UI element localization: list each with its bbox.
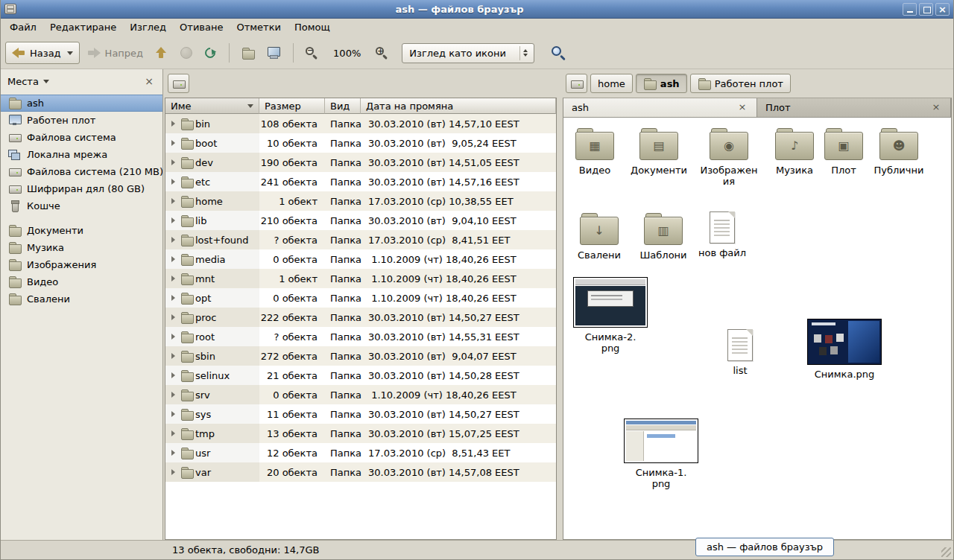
expander-icon[interactable]: [171, 256, 175, 262]
icon-view-item[interactable]: Снимка-1.png: [622, 419, 701, 489]
path-button-ash[interactable]: ash: [636, 74, 687, 93]
tree-row[interactable]: dev190 обектаПапка30.03.2010 (вт) 14,51,…: [165, 153, 556, 172]
menu-view[interactable]: Изглед: [123, 19, 173, 37]
tree-row[interactable]: boot10 обектаПапка30.03.2010 (вт) 9,05,2…: [165, 133, 556, 153]
tree-row[interactable]: var20 обектаПапка30.03.2010 (вт) 14,57,0…: [165, 462, 556, 482]
column-header-type[interactable]: Вид: [325, 98, 361, 114]
view-mode-combobox[interactable]: Изглед като икони: [402, 43, 534, 63]
icon-view-item[interactable]: ▣Плот: [820, 127, 868, 176]
path-button-desktop[interactable]: Работен плот: [690, 74, 791, 93]
path-button-root[interactable]: [168, 74, 189, 93]
path-button-home[interactable]: home: [590, 74, 633, 93]
zoom-in-button[interactable]: [370, 42, 394, 64]
tree-row[interactable]: bin108 обектаПапка30.03.2010 (вт) 14,57,…: [165, 114, 556, 133]
back-dropdown-icon[interactable]: [67, 51, 73, 55]
expander-icon[interactable]: [171, 159, 175, 165]
column-header-name[interactable]: Име: [165, 98, 259, 114]
tree-row[interactable]: opt0 обектаПапка 1.10.2009 (чт) 18,40,26…: [165, 288, 556, 308]
icon-view[interactable]: ▦Видео▤Документи◉Изображения♪Музика▣Плот…: [563, 118, 952, 540]
sidebar-item-filesystem[interactable]: Файлова система: [1, 129, 162, 146]
column-header-size[interactable]: Размер: [259, 98, 325, 114]
tab-close-button[interactable]: [736, 102, 748, 114]
reload-button[interactable]: [200, 42, 222, 64]
tree-row[interactable]: srv0 обектаПапка 1.10.2009 (чт) 18,40,26…: [165, 385, 556, 404]
tab-ash[interactable]: ash: [563, 98, 757, 117]
expander-icon[interactable]: [171, 372, 175, 378]
sidebar-item-trash[interactable]: Кошче: [1, 197, 162, 214]
expander-icon[interactable]: [171, 295, 175, 301]
tree-row[interactable]: root? обектаПапка30.03.2010 (вт) 14,55,3…: [165, 327, 556, 346]
menu-help[interactable]: Помощ: [288, 19, 337, 37]
expander-icon[interactable]: [171, 334, 175, 340]
icon-view-item[interactable]: ◉Изображения: [698, 127, 760, 187]
forward-button[interactable]: Напред: [82, 42, 148, 64]
tree-row[interactable]: proc222 обектаПапка30.03.2010 (вт) 14,50…: [165, 308, 556, 327]
expander-icon[interactable]: [171, 469, 175, 475]
tree-row[interactable]: media0 обектаПапка 1.10.2009 (чт) 18,40,…: [165, 249, 556, 269]
sidebar-item-volume-210mb[interactable]: Файлова система (210 MB): [1, 163, 162, 180]
icon-view-item[interactable]: list: [711, 329, 769, 376]
sidebar-item-pictures[interactable]: Изображения: [1, 256, 162, 273]
icon-view-item[interactable]: ▥Шаблони: [634, 211, 693, 261]
icon-view-item[interactable]: ↓Свалени: [569, 211, 629, 261]
menu-go[interactable]: Отиване: [173, 19, 230, 37]
search-button[interactable]: [546, 42, 572, 64]
tree-row[interactable]: selinux21 обектаПапка30.03.2010 (вт) 14,…: [165, 366, 556, 385]
titlebar[interactable]: ash — файлов браузър: [1, 0, 953, 19]
icon-view-item[interactable]: ☻Публични: [869, 127, 929, 176]
combobox-spin-icon[interactable]: [519, 46, 531, 60]
zoom-out-button[interactable]: [300, 42, 323, 64]
tab-close-button[interactable]: [930, 102, 942, 114]
minimize-button[interactable]: [903, 3, 917, 16]
stop-button[interactable]: [175, 42, 198, 64]
close-button[interactable]: [935, 3, 950, 16]
icon-view-item[interactable]: ♪Музика: [765, 127, 824, 176]
expander-icon[interactable]: [171, 140, 175, 146]
expander-icon[interactable]: [171, 430, 175, 436]
sidebar-item-videos[interactable]: Видео: [1, 273, 162, 290]
tree-row[interactable]: sys11 обектаПапка30.03.2010 (вт) 14,50,2…: [165, 404, 556, 424]
sidebar-item-network[interactable]: Локална мрежа: [1, 146, 162, 163]
expander-icon[interactable]: [171, 411, 175, 417]
expander-icon[interactable]: [171, 392, 175, 398]
tree-row[interactable]: lib210 обектаПапка30.03.2010 (вт) 9,04,1…: [165, 211, 556, 230]
maximize-button[interactable]: [919, 3, 933, 16]
tree-row[interactable]: tmp13 обектаПапка30.03.2010 (вт) 15,07,2…: [165, 424, 556, 443]
computer-button[interactable]: [262, 42, 286, 64]
tree-row[interactable]: mnt1 обектПапка 1.10.2009 (чт) 18,40,26 …: [165, 269, 556, 288]
expander-icon[interactable]: [171, 450, 175, 456]
menu-bookmarks[interactable]: Отметки: [230, 19, 287, 37]
expander-icon[interactable]: [171, 179, 175, 185]
menu-file[interactable]: Файл: [3, 19, 43, 37]
up-button[interactable]: [151, 42, 173, 64]
icon-view-item[interactable]: нов файл: [695, 211, 750, 258]
home-button[interactable]: [236, 42, 259, 64]
sidebar-item-encrypted-80gb[interactable]: Шифриран дял (80 GB): [1, 180, 162, 197]
sidebar-item-downloads[interactable]: Свалени: [1, 290, 162, 308]
menu-edit[interactable]: Редактиране: [43, 19, 123, 37]
tree-row[interactable]: usr12 обектаПапка17.03.2010 (ср) 8,51,43…: [165, 443, 556, 462]
sidebar-item-desktop[interactable]: Работен плот: [1, 112, 162, 129]
column-header-date[interactable]: Дата на промяна: [361, 98, 556, 114]
sidebar-item-music[interactable]: Музика: [1, 239, 162, 256]
tab-desktop[interactable]: Плот: [757, 98, 951, 117]
expander-icon[interactable]: [171, 314, 175, 320]
tree-row[interactable]: sbin272 обектаПапка30.03.2010 (вт) 9,04,…: [165, 346, 556, 366]
expander-icon[interactable]: [171, 121, 175, 127]
expander-icon[interactable]: [171, 237, 175, 243]
icon-view-item[interactable]: Снимка-2.png: [571, 277, 650, 354]
tree-row[interactable]: home1 обектПапка17.03.2010 (ср) 10,38,55…: [165, 191, 556, 211]
icon-view-item[interactable]: Снимка.png: [803, 319, 885, 380]
expander-icon[interactable]: [171, 353, 175, 359]
sidebar-item-documents[interactable]: Документи: [1, 222, 162, 239]
icon-view-item[interactable]: ▦Видео: [565, 127, 625, 176]
sidebar-item-ash[interactable]: ash: [1, 95, 162, 112]
resize-grip[interactable]: [941, 547, 951, 557]
back-button[interactable]: Назад: [5, 42, 80, 64]
expander-icon[interactable]: [171, 217, 175, 223]
tree-row[interactable]: etc241 обектаПапка30.03.2010 (вт) 14,57,…: [165, 172, 556, 191]
expander-icon[interactable]: [171, 198, 175, 204]
path-button-root[interactable]: [566, 74, 587, 93]
places-selector[interactable]: Места: [7, 76, 49, 87]
icon-view-item[interactable]: ▤Документи: [626, 127, 692, 176]
